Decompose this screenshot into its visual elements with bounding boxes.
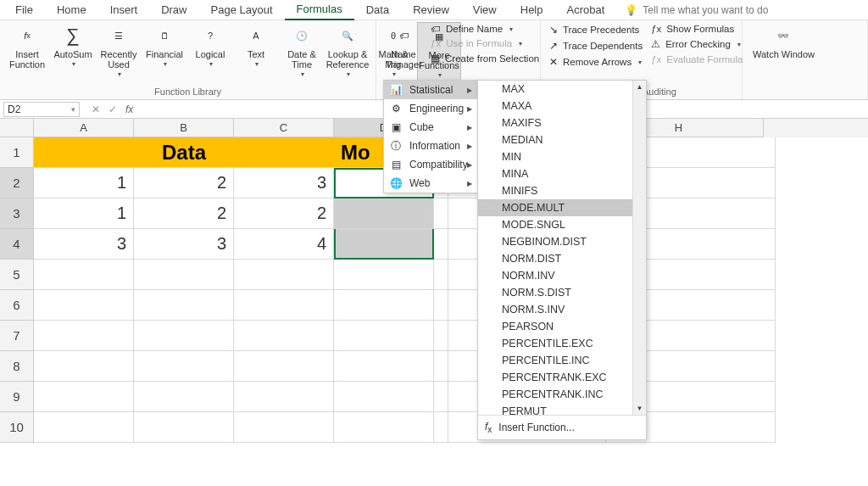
function-item-norm-s-dist[interactable]: NORM.S.DIST (478, 284, 646, 301)
cell-d3[interactable] (334, 198, 434, 229)
insert-function-button[interactable]: fx Insert Function (5, 22, 49, 71)
create-from-selection-button[interactable]: ▦Create from Selection (427, 51, 542, 66)
row-header-9[interactable]: 9 (0, 382, 34, 412)
cell-e6[interactable] (434, 290, 448, 321)
menu-item-information[interactable]: ⓘInformation▶ (384, 137, 477, 155)
col-header-c[interactable]: C (234, 119, 334, 137)
cell-e10[interactable] (434, 412, 448, 443)
tab-view[interactable]: View (461, 0, 509, 20)
cell-c3[interactable]: 2 (234, 198, 334, 229)
cell-e8[interactable] (434, 351, 448, 382)
function-item-minifs[interactable]: MINIFS (478, 182, 646, 199)
cell-a5[interactable] (34, 260, 134, 290)
fx-icon[interactable]: fx (125, 103, 133, 115)
function-item-percentile-inc[interactable]: PERCENTILE.INC (478, 352, 646, 369)
col-header-b[interactable]: B (134, 119, 234, 137)
function-item-median[interactable]: MEDIAN (478, 131, 646, 148)
cell-a4[interactable]: 3 (34, 229, 134, 260)
function-item-norm-s-inv[interactable]: NORM.S.INV (478, 301, 646, 318)
cell-b7[interactable] (134, 321, 234, 351)
cell-d4[interactable] (334, 229, 434, 260)
lookup-button[interactable]: 🔍 Lookup & Reference▾ (326, 22, 370, 81)
tab-insert[interactable]: Insert (98, 0, 150, 20)
function-item-mode-sngl[interactable]: MODE.SNGL (478, 216, 646, 233)
cell-d8[interactable] (334, 351, 434, 382)
cell-b3[interactable]: 2 (134, 198, 234, 229)
cell-a10[interactable] (34, 412, 134, 443)
scroll-down-icon[interactable]: ▼ (633, 403, 646, 415)
cell-c4[interactable]: 4 (234, 229, 334, 260)
date-time-button[interactable]: 🕒 Date & Time▾ (280, 22, 324, 81)
cell-c7[interactable] (234, 321, 334, 351)
cell-d5[interactable] (334, 260, 434, 290)
function-item-mina[interactable]: MINA (478, 165, 646, 182)
cell-a3[interactable]: 1 (34, 198, 134, 229)
select-all-corner[interactable] (0, 119, 34, 137)
menu-item-web[interactable]: 🌐Web▶ (384, 174, 477, 193)
function-item-norm-inv[interactable]: NORM.INV (478, 267, 646, 284)
function-item-permut[interactable]: PERMUT (478, 403, 646, 415)
tab-review[interactable]: Review (401, 0, 461, 20)
cell-a8[interactable] (34, 351, 134, 382)
show-formulas-button[interactable]: ƒxShow Formulas (648, 22, 746, 36)
logical-button[interactable]: ? Logical▾ (188, 22, 232, 70)
function-item-maxifs[interactable]: MAXIFS (478, 115, 646, 131)
scrollbar[interactable]: ▲ ▼ (632, 81, 646, 415)
cell-a7[interactable] (34, 321, 134, 351)
cell-e7[interactable] (434, 321, 448, 351)
use-in-formula-button[interactable]: ƒxUse in Formula▾ (427, 36, 542, 50)
tab-page-layout[interactable]: Page Layout (199, 0, 285, 20)
cell-d10[interactable] (334, 412, 434, 443)
menu-item-compatibility[interactable]: ▤Compatibility▶ (384, 155, 477, 174)
cell-b6[interactable] (134, 290, 234, 321)
cell-a6[interactable] (34, 290, 134, 321)
row-header-10[interactable]: 10 (0, 412, 34, 443)
row-header-2[interactable]: 2 (0, 168, 34, 198)
autosum-button[interactable]: ∑ AutoSum▾ (51, 22, 95, 70)
cell-c9[interactable] (234, 382, 334, 412)
function-item-mode-mult[interactable]: MODE.MULT (478, 199, 646, 216)
cell-b4[interactable]: 3 (134, 229, 234, 260)
row-header-3[interactable]: 3 (0, 198, 34, 229)
row-header-1[interactable]: 1 (0, 137, 34, 168)
tab-help[interactable]: Help (509, 0, 555, 20)
row-header-8[interactable]: 8 (0, 351, 34, 382)
cell-b10[interactable] (134, 412, 234, 443)
recently-used-button[interactable]: ☰ Recently Used▾ (97, 22, 141, 81)
cell-e3[interactable] (434, 198, 448, 229)
tab-draw[interactable]: Draw (149, 0, 198, 20)
function-item-min[interactable]: MIN (478, 148, 646, 165)
tab-acrobat[interactable]: Acrobat (555, 0, 617, 20)
row-header-5[interactable]: 5 (0, 260, 34, 290)
cell-d9[interactable] (334, 382, 434, 412)
cell-a9[interactable] (34, 382, 134, 412)
scroll-up-icon[interactable]: ▲ (633, 81, 646, 92)
cell-c8[interactable] (234, 351, 334, 382)
trace-precedents-button[interactable]: ↘Trace Precedents (546, 22, 646, 37)
function-item-percentile-exc[interactable]: PERCENTILE.EXC (478, 335, 646, 352)
cell-e9[interactable] (434, 382, 448, 412)
cell-c5[interactable] (234, 260, 334, 290)
enter-icon[interactable]: ✓ (108, 103, 117, 115)
define-name-button[interactable]: 🏷Define Name▾ (427, 22, 542, 36)
tab-home[interactable]: Home (45, 0, 98, 20)
function-item-percentrank-exc[interactable]: PERCENTRANK.EXC (478, 369, 646, 386)
insert-function-footer[interactable]: fx Insert Function... (478, 415, 646, 439)
function-item-negbinom-dist[interactable]: NEGBINOM.DIST (478, 233, 646, 250)
cell-c6[interactable] (234, 290, 334, 321)
function-item-pearson[interactable]: PEARSON (478, 318, 646, 335)
financial-button[interactable]: 🗒 Financial▾ (142, 22, 186, 70)
menu-item-statistical[interactable]: 📊Statistical▶ (384, 81, 477, 99)
function-item-maxa[interactable]: MAXA (478, 98, 646, 115)
error-checking-button[interactable]: ⚠Error Checking▾ (648, 36, 746, 52)
row-header-4[interactable]: 4 (0, 229, 34, 260)
cell-b5[interactable] (134, 260, 234, 290)
cell-d7[interactable] (334, 321, 434, 351)
cell-c2[interactable]: 3 (234, 168, 334, 198)
cell-a2[interactable]: 1 (34, 168, 134, 198)
cell-d6[interactable] (334, 290, 434, 321)
function-item-percentrank-inc[interactable]: PERCENTRANK.INC (478, 386, 646, 403)
watch-window-button[interactable]: 👓 Watch Window (748, 22, 820, 61)
row-header-7[interactable]: 7 (0, 321, 34, 351)
col-header-a[interactable]: A (34, 119, 134, 137)
